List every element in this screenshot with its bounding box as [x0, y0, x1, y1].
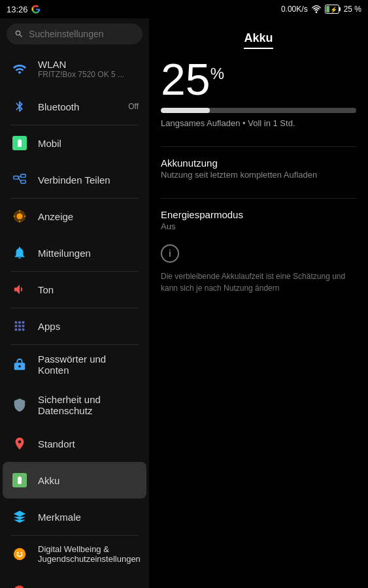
info-icon: i	[161, 244, 179, 263]
energiesparmodus-title: Energiesparmodus	[161, 209, 356, 220]
share-icon	[10, 171, 29, 189]
sidebar-item-akku[interactable]: Akku	[3, 462, 146, 498]
apps-label: Apps	[38, 321, 139, 332]
right-panel: Akku 25% Langsames Aufladen • Voll in 1 …	[149, 18, 368, 588]
mobil-label: Mobil	[38, 138, 139, 149]
svg-rect-7	[21, 180, 25, 184]
info-row: i	[161, 244, 356, 263]
status-right: 0.00K/s ⚡ 25 %	[281, 4, 361, 14]
ton-label: Ton	[38, 284, 139, 295]
disclaimer-text: Die verbleibende Akkulaufzeit ist eine S…	[161, 270, 356, 294]
sidebar: WLAN FRITZ!Box 7520 OK 5 ... Bluetooth O…	[0, 18, 149, 588]
svg-point-16	[14, 548, 25, 560]
features-icon	[10, 508, 29, 526]
svg-text:⚡: ⚡	[330, 6, 338, 14]
security-icon	[10, 396, 29, 414]
battery-bar	[161, 108, 356, 113]
sidebar-item-mobil[interactable]: Mobil	[3, 125, 146, 161]
search-icon	[14, 29, 24, 39]
password-icon	[10, 355, 29, 374]
sidebar-item-ton[interactable]: Ton	[3, 271, 146, 308]
battery-status: Langsames Aufladen • Voll in 1 Std.	[161, 118, 356, 128]
wlan-icon	[10, 60, 29, 78]
section-energiesparmodus[interactable]: Energiesparmodus Aus	[161, 198, 356, 231]
sidebar-item-wlan[interactable]: WLAN FRITZ!Box 7520 OK 5 ...	[3, 50, 146, 88]
battery-bar-fill	[161, 108, 210, 113]
wlan-sub: FRITZ!Box 7520 OK 5 ...	[38, 70, 124, 79]
energiesparmodus-desc: Aus	[161, 221, 356, 231]
display-icon	[10, 207, 29, 225]
google-icon-status	[31, 4, 41, 14]
standort-label: Standort	[38, 438, 139, 449]
mobile-icon	[10, 134, 29, 152]
akku-label: Akku	[38, 475, 139, 486]
sidebar-item-anzeige[interactable]: Anzeige	[3, 198, 146, 235]
panel-title: Akku	[244, 31, 273, 49]
battery-icon	[10, 471, 29, 489]
notification-icon	[10, 244, 29, 262]
svg-rect-3	[339, 7, 341, 11]
svg-point-18	[20, 552, 22, 554]
battery-percent-status: 25 %	[344, 5, 361, 14]
svg-line-9	[18, 178, 21, 182]
search-box[interactable]	[7, 24, 142, 44]
sidebar-item-merkmale[interactable]: Merkmale	[3, 498, 146, 535]
network-speed: 0.00K/s	[281, 5, 308, 14]
bluetooth-icon	[10, 97, 29, 116]
svg-rect-5	[14, 176, 18, 180]
sidebar-item-mitteilungen[interactable]: Mitteilungen	[3, 235, 146, 271]
sidebar-item-passwort[interactable]: Passwörter und Konten	[3, 344, 146, 385]
sidebar-item-sicherheit[interactable]: Sicherheit und Datenschutz	[3, 385, 146, 425]
bluetooth-badge: Off	[128, 102, 139, 111]
sidebar-item-bluetooth[interactable]: Bluetooth Off	[3, 88, 146, 125]
search-input[interactable]	[29, 29, 135, 39]
svg-rect-6	[21, 174, 25, 178]
svg-point-11	[16, 213, 22, 219]
sound-icon	[10, 280, 29, 299]
location-icon	[10, 434, 29, 453]
bluetooth-label: Bluetooth	[38, 101, 119, 112]
wlan-label: WLAN	[38, 59, 124, 70]
google-label: Google	[38, 586, 139, 589]
svg-point-0	[315, 11, 317, 13]
battery-percent-display: 25%	[161, 57, 356, 101]
sidebar-item-verbinden[interactable]: Verbinden Teilen	[3, 161, 146, 198]
mitteilungen-label: Mitteilungen	[38, 248, 139, 259]
sidebar-item-standort[interactable]: Standort	[3, 425, 146, 462]
status-left: 13:26	[7, 4, 41, 14]
section-akkunutzung[interactable]: Akkunutzung Nutzung seit letztem komplet…	[161, 146, 356, 180]
svg-point-17	[17, 552, 19, 554]
svg-rect-2	[326, 6, 329, 12]
time-display: 13:26	[7, 5, 28, 14]
wellbeing-icon	[10, 545, 29, 563]
akkunutzung-desc: Nutzung seit letztem kompletten Aufladen	[161, 170, 356, 180]
anzeige-label: Anzeige	[38, 211, 139, 222]
sidebar-item-google[interactable]: Google	[3, 573, 146, 588]
battery-icon-status: ⚡	[325, 5, 341, 14]
passwort-label: Passwörter und Konten	[38, 353, 139, 376]
sidebar-item-apps[interactable]: Apps	[3, 308, 146, 344]
google-settings-icon	[10, 582, 29, 588]
wellbeing-label: Digital Wellbeing & Jugendschutzeinstell…	[38, 544, 141, 564]
sicherheit-label: Sicherheit und Datenschutz	[38, 394, 139, 416]
status-bar: 13:26 0.00K/s ⚡ 25 %	[0, 0, 368, 18]
wifi-icon-status	[311, 4, 322, 14]
merkmale-label: Merkmale	[38, 512, 139, 523]
verbinden-label: Verbinden Teilen	[38, 174, 139, 186]
akkunutzung-title: Akkunutzung	[161, 157, 356, 169]
main-container: WLAN FRITZ!Box 7520 OK 5 ... Bluetooth O…	[0, 18, 368, 588]
sidebar-item-wellbeing[interactable]: Digital Wellbeing & Jugendschutzeinstell…	[3, 535, 146, 573]
apps-icon	[10, 317, 29, 335]
